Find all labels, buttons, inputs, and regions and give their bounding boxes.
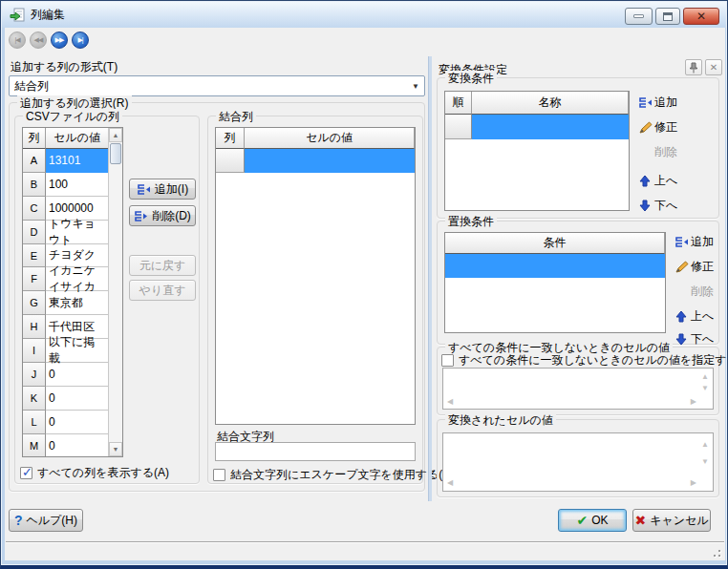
- redo-button[interactable]: やり直す: [129, 280, 196, 301]
- replace-up-button[interactable]: 上へ: [672, 308, 714, 325]
- convert-up-button[interactable]: 上へ: [635, 173, 677, 189]
- panel-splitter[interactable]: [428, 56, 432, 501]
- replace-delete-label: 削除: [691, 284, 714, 300]
- row-header[interactable]: [216, 149, 245, 173]
- add-column-button[interactable]: 追加(I): [129, 179, 196, 200]
- checkbox-box[interactable]: ✓: [20, 467, 32, 479]
- cell-value[interactable]: 100: [46, 173, 109, 197]
- row-header[interactable]: L: [23, 411, 46, 434]
- table-row[interactable]: [216, 149, 415, 173]
- convert-add-button[interactable]: 追加: [635, 95, 677, 111]
- result-textarea[interactable]: ▲ ▼ ◀ ▶: [442, 432, 714, 492]
- show-all-checkbox-label: すべての列を表示する(A): [37, 465, 169, 481]
- move-first-button[interactable]: |◀: [9, 32, 26, 49]
- table-row[interactable]: J0: [23, 363, 109, 387]
- row-header[interactable]: [445, 115, 472, 139]
- cancel-button[interactable]: ✖ キャンセル: [632, 509, 711, 532]
- move-last-button[interactable]: ▶|: [72, 32, 89, 49]
- row-header[interactable]: D: [23, 221, 46, 244]
- table-row[interactable]: Fイカニケイサイカ: [23, 267, 109, 291]
- table-row[interactable]: M0: [23, 434, 109, 457]
- join-value-header[interactable]: セルの値: [245, 128, 415, 149]
- table-row[interactable]: I以下に掲載: [23, 339, 109, 363]
- arrow-up-icon: [672, 310, 691, 323]
- row-header[interactable]: E: [23, 244, 46, 268]
- convert-up-label: 上へ: [654, 173, 677, 189]
- convert-order-header[interactable]: 順: [445, 92, 472, 115]
- row-header[interactable]: I: [23, 339, 46, 363]
- cell-value[interactable]: [245, 149, 415, 173]
- table-row[interactable]: A13101: [23, 149, 109, 173]
- cell-value[interactable]: 0: [46, 434, 109, 457]
- scroll-left-icon: ◀: [447, 479, 453, 487]
- table-row[interactable]: [445, 115, 629, 139]
- escape-checkbox[interactable]: ✓ 結合文字列にエスケープ文字を使用する(E): [213, 467, 454, 483]
- help-button[interactable]: ? ヘルプ(H): [9, 509, 83, 532]
- move-next-button[interactable]: ▶▶: [51, 32, 68, 49]
- csv-scrollbar[interactable]: ▲ ▼: [108, 128, 122, 456]
- nomatch-textarea[interactable]: ▲ ▼ ◀ ▶: [442, 368, 714, 410]
- nomatch-checkbox[interactable]: ✓ すべての条件に一致しないときのセルの値を指定する: [441, 352, 728, 369]
- table-row[interactable]: [445, 254, 665, 278]
- cell-value[interactable]: トウキョウト: [46, 221, 109, 244]
- maximize-button[interactable]: [655, 8, 680, 25]
- convert-name-header[interactable]: 名称: [472, 92, 629, 115]
- replace-add-button[interactable]: 追加: [672, 234, 714, 250]
- close-button[interactable]: ✕: [683, 8, 719, 25]
- show-all-checkbox[interactable]: ✓ すべての列を表示する(A): [20, 465, 169, 481]
- row-header[interactable]: F: [23, 267, 46, 291]
- convert-down-label: 下へ: [654, 198, 677, 214]
- cell-value[interactable]: 0: [46, 411, 109, 434]
- cell-value[interactable]: 0: [46, 387, 109, 411]
- table-row[interactable]: G東京都: [23, 291, 109, 315]
- join-string-input[interactable]: [215, 442, 416, 461]
- table-row[interactable]: L0: [23, 411, 109, 434]
- convert-down-button[interactable]: 下へ: [635, 198, 677, 214]
- csv-col-header[interactable]: 列: [23, 128, 46, 149]
- panel-close-button[interactable]: ✕: [705, 59, 722, 75]
- cell-value[interactable]: 東京都: [46, 291, 109, 315]
- scroll-up-icon[interactable]: ▲: [109, 128, 122, 142]
- cell-value[interactable]: 0: [46, 363, 109, 387]
- row-header[interactable]: J: [23, 363, 46, 387]
- minimize-button[interactable]: [625, 8, 653, 25]
- row-header[interactable]: K: [23, 387, 46, 411]
- cell-value[interactable]: 13101: [46, 149, 109, 173]
- ok-button[interactable]: ✔ OK: [558, 509, 627, 532]
- join-table: 列 セルの値: [215, 127, 416, 425]
- replace-edit-button[interactable]: 修正: [672, 259, 714, 275]
- resize-grip[interactable]: [710, 546, 721, 558]
- cell-value[interactable]: [445, 254, 665, 278]
- row-header[interactable]: H: [23, 315, 46, 339]
- titlebar[interactable]: 列編集 ✕: [2, 2, 726, 28]
- add-column-label: 追加(I): [155, 181, 188, 198]
- row-header[interactable]: M: [23, 434, 46, 457]
- table-row[interactable]: Dトウキョウト: [23, 221, 109, 244]
- convert-edit-button[interactable]: 修正: [635, 119, 677, 136]
- checkbox-box[interactable]: ✓: [441, 354, 454, 367]
- scroll-down-icon[interactable]: ▼: [109, 442, 122, 456]
- replace-down-button[interactable]: 下へ: [672, 331, 714, 348]
- format-combobox[interactable]: 結合列 ▼: [9, 75, 425, 96]
- cell-value[interactable]: [472, 115, 629, 139]
- pin-button[interactable]: [685, 59, 702, 75]
- row-header[interactable]: B: [23, 173, 46, 197]
- replace-condition-header[interactable]: 条件: [445, 233, 665, 254]
- table-row[interactable]: K0: [23, 387, 109, 411]
- convert-delete-button[interactable]: 削除: [635, 144, 677, 160]
- cell-value[interactable]: 以下に掲載: [46, 339, 109, 363]
- row-header[interactable]: C: [23, 197, 46, 221]
- row-header[interactable]: G: [23, 291, 46, 315]
- checkbox-box[interactable]: ✓: [213, 469, 225, 481]
- undo-button[interactable]: 元に戻す: [129, 255, 196, 276]
- move-previous-button[interactable]: ◀◀: [30, 32, 47, 49]
- scrollbar-thumb[interactable]: [110, 143, 121, 164]
- scroll-up-icon: ▲: [701, 441, 709, 449]
- cell-value[interactable]: イカニケイサイカ: [46, 267, 109, 291]
- join-col-header[interactable]: 列: [216, 128, 245, 149]
- table-row[interactable]: B100: [23, 173, 109, 197]
- remove-column-button[interactable]: 削除(D): [129, 205, 196, 226]
- row-header[interactable]: A: [23, 149, 46, 173]
- replace-delete-button[interactable]: 削除: [672, 284, 714, 300]
- csv-value-header[interactable]: セルの値: [46, 128, 109, 149]
